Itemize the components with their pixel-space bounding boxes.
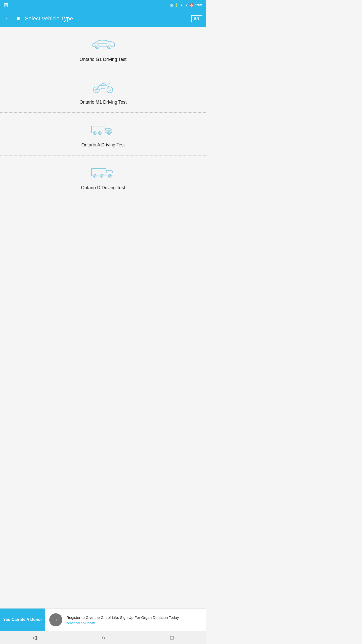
wifi-icon: ▲ xyxy=(180,3,183,7)
svg-point-4 xyxy=(107,87,113,93)
signal-icon: ▲ xyxy=(185,3,188,7)
svg-point-5 xyxy=(109,89,111,91)
main-content: Ontario G1 Driving Test xyxy=(0,27,206,218)
bottom-spacer xyxy=(0,198,206,218)
status-bar: 🖼 ▣ 🔋 ▲ ▲ ⏰ 1:09 xyxy=(0,0,206,10)
app-bar: ← ≡ Select Vehicle Type EN xyxy=(0,10,206,27)
vehicle-item-m1[interactable]: Ontario M1 Driving Test xyxy=(0,70,206,113)
back-button[interactable]: ← xyxy=(4,14,12,23)
status-time: 1:09 xyxy=(195,3,202,7)
svg-point-19 xyxy=(93,174,96,177)
truck-d-icon xyxy=(90,165,116,181)
svg-point-1 xyxy=(108,45,111,49)
battery-icon: 🔋 xyxy=(174,3,178,7)
motorcycle-icon xyxy=(90,79,116,95)
vehicle-item-d[interactable]: Ontario D Driving Test xyxy=(0,155,206,198)
page-title: Select Vehicle Type xyxy=(25,15,187,22)
language-button[interactable]: EN xyxy=(191,15,202,22)
svg-point-21 xyxy=(100,174,103,177)
vehicle-item-g1[interactable]: Ontario G1 Driving Test xyxy=(0,27,206,70)
car-icon xyxy=(90,36,116,52)
menu-button[interactable]: ≡ xyxy=(16,14,21,23)
vehicle-g1-label: Ontario G1 Driving Test xyxy=(80,57,127,62)
status-bar-left: 🖼 xyxy=(4,3,8,7)
image-icon: 🖼 xyxy=(4,3,8,7)
vehicle-a-label: Ontario A Driving Test xyxy=(81,142,125,148)
vehicle-m1-label: Ontario M1 Driving Test xyxy=(79,100,127,105)
svg-point-14 xyxy=(107,132,110,135)
vehicle-d-label: Ontario D Driving Test xyxy=(81,185,125,190)
truck-a-icon xyxy=(90,122,116,138)
clock-icon: ⏰ xyxy=(190,3,194,7)
svg-rect-8 xyxy=(101,86,105,89)
svg-point-0 xyxy=(95,45,99,49)
vibrate-icon: ▣ xyxy=(170,3,173,7)
svg-point-12 xyxy=(98,132,101,135)
status-bar-right: ▣ 🔋 ▲ ▲ ⏰ 1:09 xyxy=(170,3,202,7)
svg-point-23 xyxy=(108,174,111,177)
vehicle-item-a[interactable]: Ontario A Driving Test xyxy=(0,113,206,155)
svg-point-10 xyxy=(93,132,96,135)
